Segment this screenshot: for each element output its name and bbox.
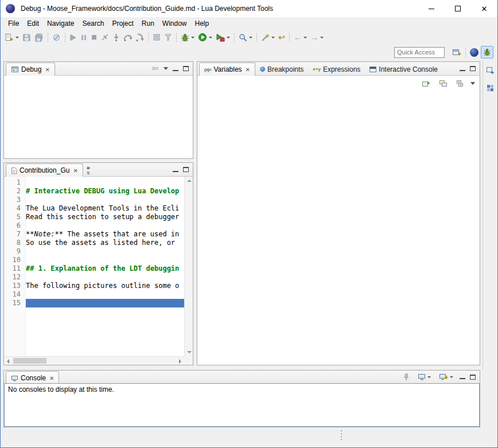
menu-item-search[interactable]: Search [78,18,108,29]
restore-views-button[interactable] [485,64,496,76]
maximize-view-button[interactable] [470,66,476,71]
editor-line[interactable]: 3 [4,196,184,204]
ldt-perspective-button[interactable] [469,46,480,59]
scroll-down-icon[interactable] [187,351,192,353]
open-console-button[interactable] [438,371,454,383]
last-edit-location-button[interactable]: ↩ [277,31,286,44]
tab-contribution-guide[interactable]: Contribution_Gu ✕ [6,163,83,177]
step-filters-icon [164,33,172,41]
back-button[interactable]: ← [293,31,308,44]
maximize-view-button[interactable] [183,167,189,172]
debug-perspective-button[interactable] [481,46,493,59]
minimize-view-button[interactable] [173,167,178,172]
terminate-button[interactable] [90,31,99,44]
editor-line[interactable]: 6 [4,221,184,230]
menu-item-project[interactable]: Project [108,18,137,29]
editor-tab-overflow[interactable]: » 5 [83,163,94,177]
dropdown-icon [450,376,453,378]
variables-view: (x)=Variables✕Breakpointsx+yExpressionsI… [197,61,480,365]
sash-handle[interactable] [340,430,343,442]
close-icon[interactable]: ✕ [246,67,250,73]
step-filters-button[interactable] [163,31,173,44]
search-button[interactable] [238,31,254,44]
close-button[interactable]: ✕ [471,0,497,17]
editor-line[interactable]: 8So use the assets as listed here, or [4,239,184,247]
horizontal-scrollbar[interactable] [4,356,184,365]
debug-view-tabstrip: Debug ✕ ✕✕ [4,62,193,76]
run-button[interactable] [197,31,213,44]
external-tools-button[interactable] [215,31,231,44]
minimize-view-button[interactable] [460,67,465,71]
suspend-button[interactable] [79,31,88,44]
quick-access-input[interactable]: Quick Access [394,47,445,58]
editor-line[interactable]: 11## 1. Explanation of the LDT debuggin [4,264,184,273]
editor-line[interactable]: 9 [4,247,184,256]
editor-line[interactable]: 5Read this section to setup a debugger [4,213,184,221]
collapse-all-button[interactable] [455,77,465,89]
save-button[interactable] [21,31,32,44]
scrollbar-thumb[interactable] [13,358,46,364]
vertical-scrollbar[interactable] [184,177,193,356]
titlebar: Debug - Moose_Framework/docs/Contributio… [1,0,497,17]
close-icon[interactable]: ✕ [73,167,77,174]
editor-line[interactable]: 2# Interactive DEBUG using Lua Develop [4,187,184,196]
tab-variables[interactable]: (x)=Variables✕ [199,63,255,76]
step-return-button[interactable] [135,31,145,44]
scroll-right-icon[interactable] [179,359,181,364]
menu-item-help[interactable]: Help [191,18,213,29]
close-icon[interactable]: ✕ [45,67,49,73]
save-all-button[interactable] [33,31,45,44]
step-into-button[interactable] [111,31,121,44]
maximize-view-button[interactable] [183,66,189,71]
close-icon[interactable]: ✕ [49,375,54,381]
editor-line[interactable]: 15 [4,299,184,307]
forward-button[interactable]: → [309,31,325,44]
fastview-bar [483,60,497,370]
editor-line[interactable]: 14 [4,290,184,299]
maximize-view-button[interactable] [470,375,476,380]
menu-item-navigate[interactable]: Navigate [43,18,78,29]
right-view-tabstrip: (x)=Variables✕Breakpointsx+yExpressionsI… [197,62,480,76]
debug-button[interactable] [180,31,196,44]
new-button[interactable] [3,31,20,44]
editor-lines[interactable]: 12# Interactive DEBUG using Lua Develop3… [4,177,184,356]
skip-breakpoints-button[interactable] [51,31,62,44]
tab-interactive-console[interactable]: Interactive Console [365,63,442,76]
editor-line[interactable]: 13The following pictures outline some o [4,282,184,290]
editor-line[interactable]: 12 [4,273,184,282]
debug-view: Debug ✕ ✕✕ [3,61,193,159]
menu-item-run[interactable]: Run [138,18,158,29]
view-menu-icon[interactable] [470,82,475,85]
show-type-names-button[interactable] [421,77,431,89]
editor-line[interactable]: 10 [4,256,184,264]
display-console-button[interactable] [417,371,432,383]
minimize-view-button[interactable] [173,67,178,71]
minimize-view-button[interactable] [460,375,465,379]
tab-expressions[interactable]: x+yExpressions [308,63,365,76]
disconnect-button[interactable] [100,31,110,44]
debug-view-icon [11,66,19,73]
minimized-view-button[interactable] [485,81,495,94]
view-menu-icon[interactable] [164,67,168,70]
resume-button[interactable] [68,31,78,44]
editor-line[interactable]: 4The Lua Development Tools in the Ecli [4,204,184,213]
open-perspective-button[interactable] [451,46,462,59]
menu-item-edit[interactable]: Edit [23,18,43,29]
maximize-button[interactable] [445,0,471,17]
menu-item-window[interactable]: Window [158,18,191,29]
editor-line[interactable]: 1 [4,178,184,187]
tab-breakpoints[interactable]: Breakpoints [255,63,308,76]
show-logical-structure-button[interactable] [438,77,449,89]
new-wizard-button[interactable] [260,31,276,44]
step-over-button[interactable] [122,31,134,44]
menu-item-file[interactable]: File [4,18,23,29]
editor-line[interactable]: 7**Note:** The assets that are used in [4,230,184,239]
scroll-left-icon[interactable] [7,359,9,364]
pin-console-button[interactable] [402,371,411,383]
drop-to-frame-button[interactable] [151,31,162,44]
remove-terminated-icon[interactable]: ✕✕ [151,65,159,72]
tab-console[interactable]: Console ✕ [6,371,59,384]
tab-debug[interactable]: Debug ✕ [6,63,55,76]
minimize-button[interactable] [418,0,445,17]
scroll-up-icon[interactable] [187,180,192,182]
